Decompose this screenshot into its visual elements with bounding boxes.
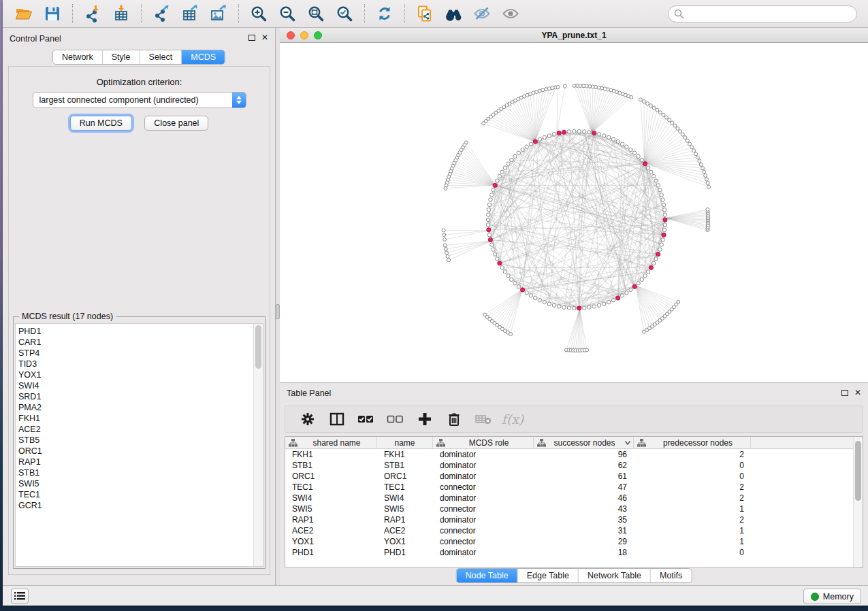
table-cell: 0 [634, 460, 751, 471]
hide-selected-icon[interactable] [470, 3, 494, 24]
table-scrollbar-thumb[interactable] [855, 441, 861, 501]
new-network-from-selection-icon[interactable] [413, 3, 437, 24]
mcds-result-item[interactable]: PMA2 [18, 402, 252, 413]
table-cell: connector [433, 503, 534, 514]
mcds-result-list[interactable]: PHD1CAR1STP4TID3YOX1SWI4SRD1PMA2FKH1ACE2… [15, 323, 263, 567]
zoom-fit-icon[interactable] [304, 3, 328, 24]
column-header-predecessor-nodes[interactable]: predecessor nodes [634, 437, 751, 448]
mcds-list-scrollbar[interactable] [253, 324, 263, 566]
delete-table-icon [472, 409, 495, 429]
node-table[interactable]: shared namenameMCDS rolesuccessor nodesp… [285, 436, 863, 568]
mcds-result-item[interactable]: ACE2 [18, 424, 252, 435]
mcds-result-item[interactable]: SRD1 [18, 391, 252, 402]
column-header-shared-name[interactable]: shared name [285, 437, 377, 448]
zoom-in-icon[interactable] [246, 3, 271, 24]
save-session-icon[interactable] [40, 3, 65, 24]
table-cell: STB1 [285, 460, 377, 471]
table-row[interactable]: STB1STB1dominator620 [285, 460, 853, 471]
select-all-icon[interactable] [355, 409, 378, 429]
table-cell: connector [433, 525, 534, 536]
table-row[interactable]: ACE2ACE2connector311 [285, 525, 853, 536]
apply-layout-icon[interactable] [372, 3, 397, 24]
table-cell: 96 [534, 449, 634, 460]
criterion-dropdown[interactable]: largest connected component (undirected) [33, 92, 246, 108]
zoom-out-icon[interactable] [275, 3, 300, 24]
table-row[interactable]: PHD1PHD1dominator180 [285, 547, 853, 558]
mcds-result-item[interactable]: CAR1 [18, 337, 252, 348]
memory-button[interactable]: Memory [803, 589, 861, 604]
mcds-result-item[interactable]: TEC1 [18, 489, 252, 500]
table-row[interactable]: RAP1RAP1dominator352 [285, 514, 853, 525]
export-image-icon[interactable] [206, 3, 231, 24]
table-scrollbar[interactable] [853, 437, 863, 567]
search-input[interactable] [668, 5, 857, 22]
first-neighbors-icon[interactable] [441, 3, 466, 24]
column-header-name[interactable]: name [377, 437, 433, 448]
toolbar-divider [404, 4, 405, 23]
table-cell: FKH1 [377, 449, 433, 460]
network-canvas[interactable] [280, 43, 868, 382]
run-mcds-button[interactable]: Run MCDS [70, 116, 132, 131]
table-cell: 2 [634, 449, 751, 460]
table-tabs: Node Table Edge Table Network Table Moti… [456, 568, 692, 583]
tab-style[interactable]: Style [102, 50, 140, 64]
tab-select[interactable]: Select [140, 50, 182, 64]
tab-network-table[interactable]: Network Table [578, 569, 650, 582]
delete-column-icon[interactable] [443, 409, 466, 429]
table-cell: dominator [433, 514, 534, 525]
tab-network[interactable]: Network [53, 50, 102, 64]
table-cell: dominator [433, 460, 534, 471]
mcds-result-item[interactable]: RAP1 [18, 457, 252, 467]
add-column-icon[interactable] [413, 409, 436, 429]
table-row[interactable]: FKH1FKH1dominator962 [285, 449, 853, 460]
mcds-result-item[interactable]: ORC1 [18, 446, 252, 457]
close-panel-icon[interactable]: ✕ [261, 34, 268, 41]
show-all-icon[interactable] [498, 3, 523, 24]
mcds-result-item[interactable]: SWI5 [18, 478, 252, 489]
mcds-result-item[interactable]: PHD1 [18, 326, 252, 337]
table-row[interactable]: TEC1TEC1connector472 [285, 482, 853, 493]
export-network-icon[interactable] [149, 3, 174, 24]
toolbar-divider [72, 4, 73, 23]
mcds-result-item[interactable]: STP4 [18, 348, 252, 359]
column-header-MCDS-role[interactable]: MCDS role [433, 437, 534, 448]
mcds-result-item[interactable]: YOX1 [18, 369, 252, 380]
mcds-result-item[interactable]: FKH1 [18, 413, 252, 424]
tab-node-table[interactable]: Node Table [457, 569, 517, 582]
network-window-titlebar[interactable]: YPA_prune.txt_1 [280, 28, 868, 43]
open-file-icon[interactable] [12, 3, 36, 24]
close-panel-button[interactable]: Close panel [144, 116, 208, 131]
import-network-icon[interactable] [80, 3, 105, 24]
mcds-result-item[interactable]: STB1 [18, 467, 252, 478]
task-history-button[interactable] [11, 589, 29, 604]
tab-motifs[interactable]: Motifs [650, 569, 691, 582]
float-table-panel-icon[interactable] [841, 390, 848, 396]
table-settings-icon[interactable] [296, 409, 319, 429]
table-row[interactable]: SWI5SWI5connector431 [285, 503, 853, 514]
mcds-result-item[interactable]: STB5 [18, 435, 252, 446]
tab-edge-table[interactable]: Edge Table [517, 569, 578, 582]
toolbar-divider [141, 4, 142, 23]
mcds-result-item[interactable]: SWI4 [18, 380, 252, 391]
table-cell: connector [433, 482, 534, 493]
mcds-result-item[interactable]: TID3 [18, 359, 252, 369]
deselect-all-icon[interactable] [384, 409, 407, 429]
status-bar: Memory [3, 585, 868, 606]
zoom-selected-icon[interactable] [332, 3, 357, 24]
mcds-result-title: MCDS result (17 nodes) [19, 312, 116, 321]
close-table-panel-icon[interactable]: ✕ [854, 389, 861, 396]
table-row[interactable]: SWI4SWI4dominator462 [285, 493, 853, 503]
column-header-successor-nodes[interactable]: successor nodes [534, 437, 634, 448]
tab-mcds[interactable]: MCDS [181, 50, 225, 64]
table-cell: TEC1 [285, 482, 377, 493]
table-cell: 31 [534, 525, 634, 536]
table-cell: 35 [534, 514, 634, 525]
column-layout-icon[interactable] [325, 409, 349, 429]
table-row[interactable]: YOX1YOX1connector291 [285, 536, 853, 547]
float-panel-icon[interactable] [248, 35, 255, 41]
import-table-icon[interactable] [109, 3, 133, 24]
table-row[interactable]: ORC1ORC1dominator610 [285, 471, 853, 482]
export-table-icon[interactable] [178, 3, 202, 24]
mcds-result-groupbox: MCDS result (17 nodes) PHD1CAR1STP4TID3Y… [13, 316, 266, 569]
mcds-result-item[interactable]: GCR1 [18, 500, 252, 511]
